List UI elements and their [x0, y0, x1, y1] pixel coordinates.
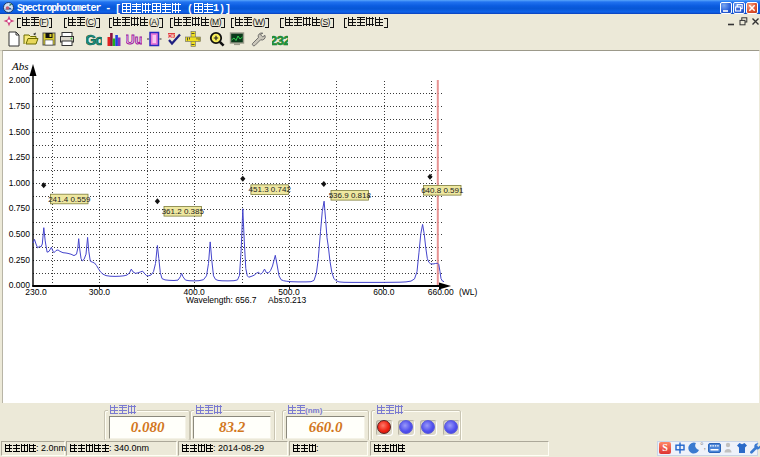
svg-text:0.750: 0.750	[9, 203, 31, 213]
svg-text:536.9 0.818: 536.9 0.818	[329, 191, 372, 200]
svg-text:Go: Go	[86, 31, 102, 47]
svg-text:451.3 0.742: 451.3 0.742	[249, 185, 292, 194]
svg-text:2.000: 2.000	[9, 75, 31, 85]
svg-text:0.500: 0.500	[9, 229, 31, 239]
svg-text:OK: OK	[167, 32, 175, 38]
svg-text:Abs:0.213: Abs:0.213	[268, 295, 307, 305]
svg-text:Wavelength: 656.7: Wavelength: 656.7	[186, 295, 257, 305]
svg-text:232: 232	[272, 32, 288, 47]
svg-text:(WL): (WL)	[459, 287, 478, 297]
svg-text:660.00: 660.00	[428, 287, 454, 297]
svg-text:361.2 0.385: 361.2 0.385	[162, 207, 205, 216]
svg-text:241.4 0.559: 241.4 0.559	[48, 195, 91, 204]
svg-text:640.8 0.591: 640.8 0.591	[421, 186, 464, 195]
svg-text:230.0: 230.0	[25, 287, 47, 297]
svg-text:1.000: 1.000	[9, 178, 31, 188]
svg-text:1.500: 1.500	[9, 127, 31, 137]
svg-text:1.750: 1.750	[9, 101, 31, 111]
svg-text:300.0: 300.0	[89, 287, 111, 297]
svg-text:Abs: Abs	[11, 60, 29, 72]
svg-text:600.0: 600.0	[373, 287, 395, 297]
svg-text:Uu: Uu	[126, 32, 142, 47]
svg-text:1.250: 1.250	[9, 152, 31, 162]
svg-text:0.250: 0.250	[9, 255, 31, 265]
